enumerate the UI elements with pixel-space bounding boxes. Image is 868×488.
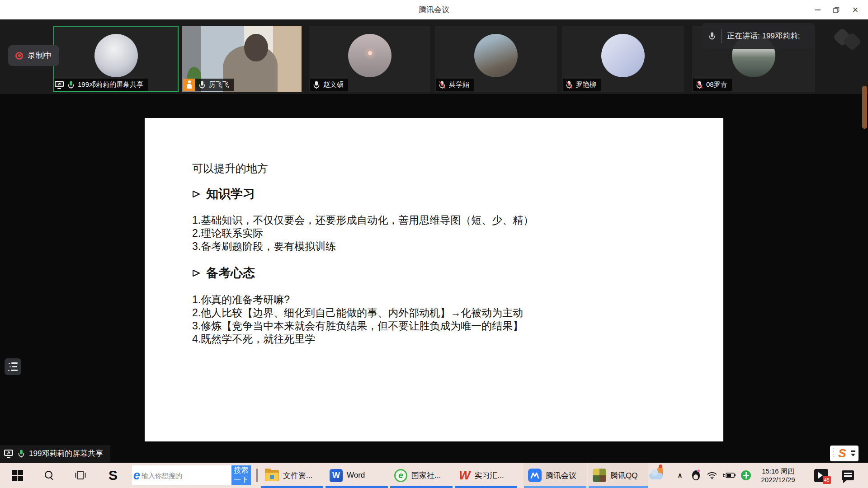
clock-time: 15:16 周四 bbox=[762, 467, 794, 475]
cloud-icon bbox=[649, 473, 663, 479]
taskbar-app-word[interactable]: W Word bbox=[325, 463, 388, 488]
web-search-button[interactable]: 搜索一下 bbox=[231, 465, 251, 485]
task-view-icon bbox=[75, 469, 86, 481]
window-title: 腾讯会议 bbox=[0, 0, 868, 19]
green-browser-icon: e bbox=[394, 469, 407, 482]
doc-line: 2.理论联系实际 bbox=[192, 227, 533, 240]
strip-scrollbar-thumb[interactable] bbox=[862, 86, 867, 129]
meeting-logo-watermark bbox=[834, 27, 865, 52]
tray-qq-icon[interactable] bbox=[688, 463, 703, 488]
member-list-toggle-button[interactable] bbox=[5, 358, 21, 375]
active-speaker-toast: 正在讲话: 199邓莉莉; bbox=[702, 23, 814, 49]
taskbar-app-browser[interactable]: e 国家社... bbox=[390, 463, 453, 488]
mic-muted-icon bbox=[566, 81, 573, 89]
sogou-ime-icon[interactable]: S bbox=[835, 446, 849, 461]
participant-tile[interactable]: 厉飞飞 bbox=[182, 26, 302, 92]
record-icon bbox=[15, 52, 23, 60]
input-method-panel[interactable]: S bbox=[830, 446, 859, 461]
taskbar-app-file-explorer[interactable]: 文件资... bbox=[260, 463, 324, 488]
notification-center-button[interactable] bbox=[837, 463, 858, 488]
tencent-meeting-window: 腾讯会议 × bbox=[0, 0, 868, 488]
participant-name: 莫学娟 bbox=[449, 80, 469, 89]
doc-line: 4.既然学不死，就往死里学 bbox=[192, 333, 523, 346]
doc-heading: 知识学习 bbox=[192, 186, 255, 202]
share-banner-text: 199邓莉莉的屏幕共享 bbox=[29, 448, 103, 459]
tray-show-hidden-button[interactable]: ∧ bbox=[673, 463, 687, 488]
tencent-qq-icon bbox=[593, 469, 606, 482]
battery-icon[interactable] bbox=[721, 463, 738, 488]
participant-tile[interactable]: 罗艳柳 bbox=[562, 26, 684, 92]
mic-on-icon bbox=[313, 81, 320, 89]
taskbar-app-tencent-qq[interactable]: 腾讯QQ bbox=[588, 463, 648, 488]
arrow-bullet-icon bbox=[192, 269, 201, 277]
wifi-icon[interactable] bbox=[704, 463, 720, 488]
screen-share-icon bbox=[4, 449, 14, 458]
mic-on-icon bbox=[198, 81, 206, 89]
360-security-icon[interactable] bbox=[739, 463, 753, 488]
task-view-button[interactable] bbox=[68, 463, 93, 488]
participant-nametag: 08罗青 bbox=[693, 79, 732, 91]
participant-nametag: 199邓莉莉的屏幕共享 bbox=[54, 79, 148, 91]
restore-button[interactable] bbox=[827, 0, 845, 19]
hand-raised-badge bbox=[183, 79, 195, 91]
avatar bbox=[601, 34, 645, 77]
ime-minimize-icon[interactable] bbox=[851, 450, 855, 452]
restore-icon bbox=[833, 7, 840, 13]
doc-line: 2.他人比较【边界、细化到自己能做的事、内外部动机】→化被动为主动 bbox=[192, 306, 523, 319]
arrow-bullet-icon bbox=[192, 190, 201, 198]
doc-line: 1.你真的准备考研嘛? bbox=[192, 293, 523, 306]
close-button[interactable]: × bbox=[846, 0, 864, 19]
participant-name: 厉飞飞 bbox=[209, 80, 229, 89]
participant-nametag: 赵文硕 bbox=[310, 79, 348, 91]
avatar bbox=[474, 34, 518, 77]
sogou-launcher-button[interactable]: S bbox=[100, 463, 126, 488]
comment-icon bbox=[842, 470, 854, 480]
mic-muted-icon bbox=[439, 81, 446, 89]
start-button[interactable] bbox=[5, 463, 30, 488]
close-icon: × bbox=[853, 5, 859, 15]
mic-muted-icon bbox=[696, 81, 703, 89]
taskbar-app-tencent-meeting[interactable]: 腾讯会议 bbox=[524, 463, 587, 488]
minimize-button[interactable] bbox=[808, 0, 826, 19]
video-player-icon: 45 bbox=[814, 469, 828, 482]
mic-icon bbox=[708, 32, 716, 40]
participant-video-strip: 199邓莉莉的屏幕共享 厉飞飞 bbox=[0, 19, 868, 94]
windows-logo-icon bbox=[12, 470, 23, 481]
participant-tile[interactable]: 莫学娟 bbox=[435, 26, 557, 92]
ie-browser-icon: e bbox=[132, 465, 142, 485]
web-search-input[interactable] bbox=[142, 465, 231, 485]
mic-on-icon bbox=[18, 450, 25, 458]
taskbar-app-wps[interactable]: W 实习汇... bbox=[454, 463, 518, 488]
notification-count-badge: 45 bbox=[823, 476, 831, 484]
doc-line: 3.修炼【竞争当中本来就会有胜负结果，但不要让胜负成为唯一的结果】 bbox=[192, 319, 523, 333]
ime-menu-icon[interactable] bbox=[851, 454, 855, 456]
participant-tile[interactable]: 199邓莉莉的屏幕共享 bbox=[53, 26, 179, 92]
participant-name: 199邓莉莉的屏幕共享 bbox=[78, 80, 143, 89]
share-status-banner: 199邓莉莉的屏幕共享 bbox=[0, 445, 110, 462]
taskbar-search-button[interactable] bbox=[36, 463, 61, 488]
participant-nametag: 罗艳柳 bbox=[563, 79, 601, 91]
mic-on-icon bbox=[67, 81, 75, 89]
shared-document: 可以提升的地方 知识学习 1.基础知识，不仅仅要会，还要形成自动化，善用思维导图… bbox=[145, 118, 723, 441]
taskbar: S e 搜索一下 文件资... W Word e 国家社... W 实习汇... bbox=[0, 463, 868, 488]
participant-nametag: 莫学娟 bbox=[436, 79, 474, 91]
active-speaker-text: 正在讲话: 199邓莉莉; bbox=[727, 31, 800, 41]
recording-indicator[interactable]: 录制中 bbox=[8, 45, 59, 66]
doc-heading: 备考心态 bbox=[192, 265, 255, 281]
taskbar-search-widget[interactable]: e 搜索一下 bbox=[132, 465, 251, 485]
taskbar-clock[interactable]: 15:16 周四 2022/12/29 bbox=[754, 463, 802, 488]
wps-icon: W bbox=[459, 469, 470, 483]
participant-tile[interactable]: 赵文硕 bbox=[309, 26, 430, 92]
taskbar-separator bbox=[256, 469, 258, 482]
doc-intro-line: 可以提升的地方 bbox=[192, 161, 268, 176]
drag-handle-icon[interactable] bbox=[831, 448, 835, 459]
title-bar: 腾讯会议 × bbox=[0, 0, 868, 19]
sogou-s-icon: S bbox=[108, 468, 118, 483]
weather-widget[interactable] bbox=[647, 463, 668, 488]
participant-name: 罗艳柳 bbox=[576, 80, 596, 89]
recording-label: 录制中 bbox=[28, 50, 52, 61]
clock-date: 2022/12/29 bbox=[761, 475, 795, 484]
tray-video-app-icon[interactable]: 45 bbox=[810, 463, 832, 488]
folder-icon bbox=[265, 470, 279, 481]
doc-list: 1.你真的准备考研嘛? 2.他人比较【边界、细化到自己能做的事、内外部动机】→化… bbox=[192, 293, 523, 346]
